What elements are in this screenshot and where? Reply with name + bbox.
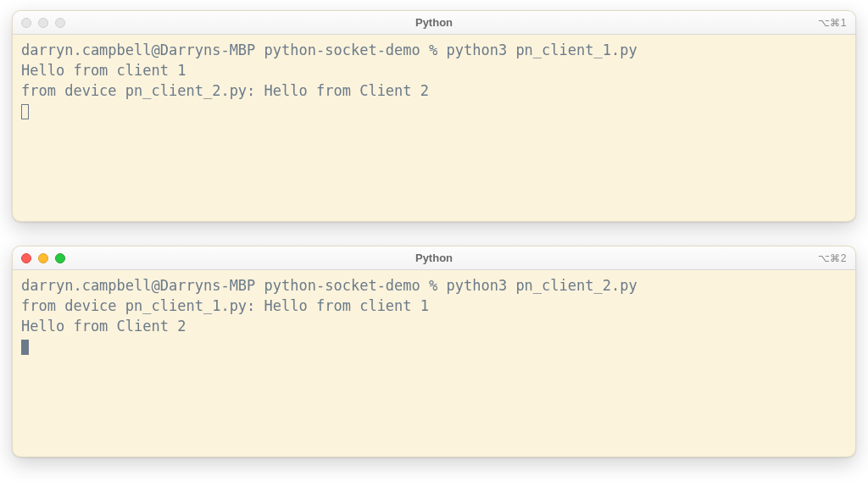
titlebar[interactable]: Python ⌥⌘2 — [13, 246, 855, 270]
cursor-icon — [21, 104, 29, 119]
zoom-icon[interactable] — [55, 253, 65, 263]
terminal-window-1: Python ⌥⌘1 darryn.campbell@Darryns-MBP p… — [12, 10, 856, 222]
zoom-icon[interactable] — [55, 18, 65, 28]
minimize-icon[interactable] — [38, 253, 48, 263]
traffic-lights — [21, 18, 65, 28]
terminal-window-2: Python ⌥⌘2 darryn.campbell@Darryns-MBP p… — [12, 246, 856, 457]
terminal-body[interactable]: darryn.campbell@Darryns-MBP python-socke… — [13, 35, 855, 221]
window-shortcut: ⌥⌘1 — [818, 17, 847, 29]
terminal-line: Hello from client 1 — [21, 62, 186, 79]
traffic-lights — [21, 253, 65, 263]
terminal-body[interactable]: darryn.campbell@Darryns-MBP python-socke… — [13, 270, 855, 456]
window-shortcut: ⌥⌘2 — [818, 252, 847, 264]
terminal-line: Hello from Client 2 — [21, 318, 186, 335]
close-icon[interactable] — [21, 18, 31, 28]
terminal-line: darryn.campbell@Darryns-MBP python-socke… — [21, 42, 637, 58]
cursor-icon — [21, 340, 29, 355]
minimize-icon[interactable] — [38, 18, 48, 28]
terminal-line: from device pn_client_1.py: Hello from c… — [21, 297, 429, 314]
close-icon[interactable] — [21, 253, 31, 263]
terminal-line: darryn.campbell@Darryns-MBP python-socke… — [21, 277, 637, 294]
window-title: Python — [415, 252, 453, 264]
terminal-line: from device pn_client_2.py: Hello from C… — [21, 82, 429, 99]
window-title: Python — [415, 16, 453, 29]
titlebar[interactable]: Python ⌥⌘1 — [13, 11, 855, 35]
